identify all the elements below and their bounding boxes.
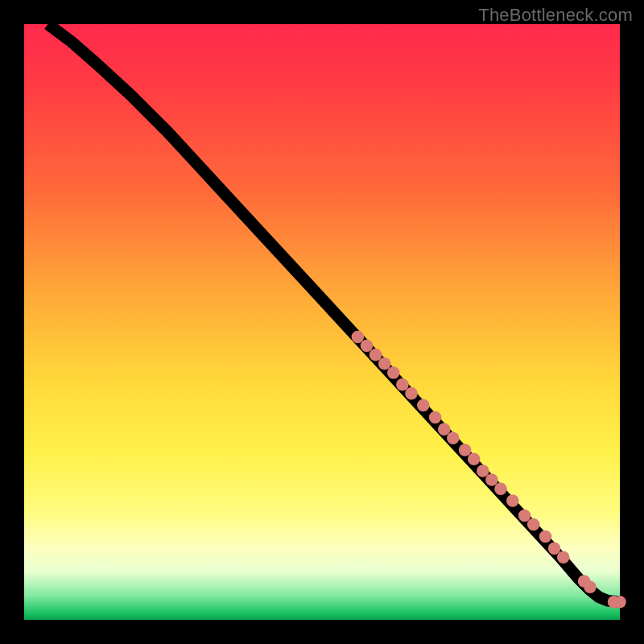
- data-marker: [584, 581, 597, 594]
- data-marker: [539, 530, 552, 543]
- data-marker: [468, 452, 481, 465]
- data-marker: [378, 357, 391, 370]
- data-marker: [477, 464, 489, 477]
- data-marker: [447, 432, 460, 445]
- chart-frame: TheBottleneck.com: [0, 0, 644, 644]
- data-marker: [506, 494, 519, 507]
- data-marker: [387, 366, 400, 379]
- data-curve: [48, 24, 620, 602]
- data-marker: [405, 387, 418, 400]
- data-marker: [396, 378, 409, 391]
- data-marker: [417, 399, 430, 412]
- marker-group: [352, 331, 626, 609]
- data-marker: [548, 542, 561, 555]
- data-marker: [485, 473, 498, 486]
- data-marker: [361, 340, 374, 353]
- data-marker: [352, 331, 365, 344]
- watermark-text: TheBottleneck.com: [478, 5, 633, 26]
- data-marker: [438, 423, 451, 436]
- data-marker: [369, 349, 382, 361]
- data-marker: [429, 411, 442, 424]
- data-marker: [494, 482, 507, 495]
- data-marker: [459, 444, 472, 456]
- data-marker: [613, 596, 626, 609]
- data-marker: [527, 518, 540, 531]
- chart-overlay: [24, 24, 620, 620]
- data-marker: [557, 551, 570, 564]
- data-marker: [518, 510, 531, 522]
